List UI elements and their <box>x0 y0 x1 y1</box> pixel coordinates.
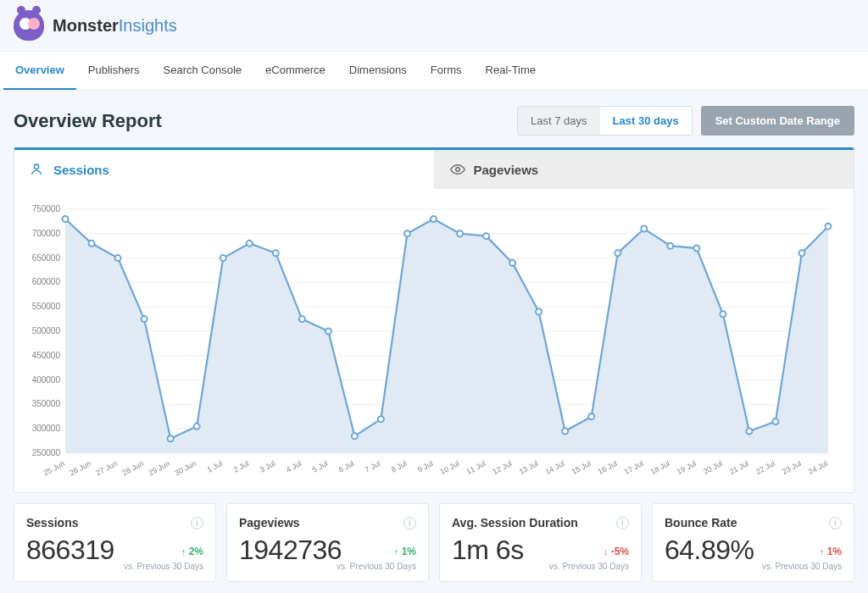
main-nav-tabs: OverviewPublishersSearch ConsoleeCommerc… <box>0 51 868 91</box>
svg-point-29 <box>194 424 200 430</box>
svg-point-52 <box>798 250 804 256</box>
svg-text:600000: 600000 <box>32 277 61 286</box>
svg-text:10 Jul: 10 Jul <box>439 459 461 476</box>
kpi-vs-label: vs. Previous 30 Days <box>124 562 203 571</box>
svg-point-27 <box>142 316 147 322</box>
svg-point-1 <box>455 168 459 172</box>
svg-text:23 Jul: 23 Jul <box>781 459 803 476</box>
svg-text:6 Jul: 6 Jul <box>337 459 355 474</box>
svg-point-26 <box>115 255 121 261</box>
nav-tab-real-time[interactable]: Real-Time <box>474 52 548 90</box>
brand-name: MonsterInsights <box>53 16 177 36</box>
kpi-delta: ↓ -5% <box>604 546 629 557</box>
kpi-delta: ↑ 1% <box>820 546 842 557</box>
svg-text:7 Jul: 7 Jul <box>364 459 381 474</box>
svg-text:18 Jul: 18 Jul <box>649 459 671 476</box>
nav-tab-publishers[interactable]: Publishers <box>76 52 152 90</box>
tab-sessions-label: Sessions <box>53 163 109 177</box>
tab-pageviews-label: Pageviews <box>474 163 539 177</box>
brand-logo-icon <box>14 10 44 41</box>
svg-point-42 <box>536 308 542 314</box>
kpi-title: Bounce Rate <box>665 516 737 529</box>
svg-text:650000: 650000 <box>32 253 61 263</box>
svg-point-30 <box>220 255 226 261</box>
svg-text:20 Jul: 20 Jul <box>702 459 724 476</box>
sessions-line-chart: 2500003000003500004000004500005000005500… <box>23 204 837 484</box>
kpi-cards-row: Sessions i 866319 ↑ 2% vs. Previous 30 D… <box>14 503 854 582</box>
app-header: MonsterInsights <box>0 0 868 51</box>
svg-text:30 Jun: 30 Jun <box>174 459 198 478</box>
svg-text:16 Jul: 16 Jul <box>597 459 619 476</box>
info-icon[interactable]: i <box>191 517 203 529</box>
kpi-card-sessions: Sessions i 866319 ↑ 2% vs. Previous 30 D… <box>14 503 216 582</box>
svg-text:17 Jul: 17 Jul <box>623 459 645 476</box>
svg-text:24 Jul: 24 Jul <box>807 459 829 476</box>
kpi-card-pageviews: Pageviews i 1942736 ↑ 1% vs. Previous 30… <box>226 503 429 582</box>
nav-tab-search-console[interactable]: Search Console <box>152 52 254 90</box>
svg-point-34 <box>326 329 331 335</box>
svg-text:250000: 250000 <box>32 448 61 457</box>
brand-name-light: Insights <box>119 16 177 35</box>
kpi-card-avg-session-duration: Avg. Session Duration i 1m 6s ↓ -5% vs. … <box>439 503 642 582</box>
nav-tab-ecommerce[interactable]: eCommerce <box>253 52 337 90</box>
svg-text:19 Jul: 19 Jul <box>676 459 698 476</box>
svg-point-25 <box>89 241 95 247</box>
svg-text:5 Jul: 5 Jul <box>311 459 329 474</box>
nav-tab-dimensions[interactable]: Dimensions <box>337 52 419 90</box>
date-range-controls: Last 7 days Last 30 days Set Custom Date… <box>517 106 854 136</box>
kpi-title: Avg. Session Duration <box>452 516 578 529</box>
last-30-days-button[interactable]: Last 30 days <box>600 107 692 135</box>
svg-text:4 Jul: 4 Jul <box>285 459 303 474</box>
last-7-days-button[interactable]: Last 7 days <box>518 107 600 135</box>
svg-point-46 <box>641 226 647 232</box>
nav-tab-forms[interactable]: Forms <box>419 52 474 90</box>
svg-text:21 Jul: 21 Jul <box>728 459 750 476</box>
svg-point-53 <box>826 224 832 230</box>
svg-text:9 Jul: 9 Jul <box>416 459 434 474</box>
svg-text:500000: 500000 <box>32 326 61 335</box>
nav-tab-overview[interactable]: Overview <box>3 52 76 90</box>
custom-date-range-button[interactable]: Set Custom Date Range <box>701 106 854 136</box>
svg-text:750000: 750000 <box>32 204 61 213</box>
svg-point-49 <box>720 311 726 317</box>
kpi-vs-label: vs. Previous 30 Days <box>762 562 842 571</box>
svg-text:8 Jul: 8 Jul <box>390 459 408 474</box>
tab-pageviews[interactable]: Pageviews <box>434 150 854 189</box>
svg-point-0 <box>34 164 38 169</box>
info-icon[interactable]: i <box>829 517 842 529</box>
svg-point-45 <box>615 250 620 256</box>
svg-point-48 <box>693 246 699 252</box>
svg-text:28 Jun: 28 Jun <box>120 459 145 478</box>
svg-text:2 Jul: 2 Jul <box>232 459 250 474</box>
brand-name-bold: Monster <box>53 16 119 35</box>
eye-icon <box>450 162 465 177</box>
svg-text:450000: 450000 <box>32 351 61 360</box>
svg-text:350000: 350000 <box>32 399 61 408</box>
tab-sessions[interactable]: Sessions <box>14 150 434 189</box>
info-icon[interactable]: i <box>403 517 416 529</box>
svg-point-24 <box>63 216 69 222</box>
svg-point-32 <box>273 250 279 256</box>
svg-text:22 Jul: 22 Jul <box>754 459 776 476</box>
svg-text:300000: 300000 <box>32 424 61 433</box>
chart-area: 2500003000003500004000004500005000005500… <box>14 189 854 492</box>
svg-point-40 <box>483 233 489 239</box>
kpi-vs-label: vs. Previous 30 Days <box>337 562 416 571</box>
svg-point-28 <box>168 435 174 441</box>
svg-point-31 <box>247 241 253 247</box>
kpi-vs-label: vs. Previous 30 Days <box>549 562 629 571</box>
svg-point-37 <box>404 230 410 236</box>
svg-text:12 Jul: 12 Jul <box>492 459 514 476</box>
info-icon[interactable]: i <box>616 517 629 529</box>
svg-text:700000: 700000 <box>32 229 61 238</box>
svg-text:26 Jun: 26 Jun <box>68 459 92 478</box>
svg-text:25 Jun: 25 Jun <box>42 459 66 478</box>
kpi-title: Sessions <box>26 516 78 529</box>
svg-text:550000: 550000 <box>32 302 61 311</box>
svg-point-47 <box>667 243 673 249</box>
svg-text:1 Jul: 1 Jul <box>206 459 224 474</box>
kpi-delta: ↑ 1% <box>394 546 416 557</box>
svg-point-35 <box>352 433 358 439</box>
metric-tabs: Sessions Pageviews <box>14 150 854 189</box>
date-range-segment: Last 7 days Last 30 days <box>517 106 693 136</box>
